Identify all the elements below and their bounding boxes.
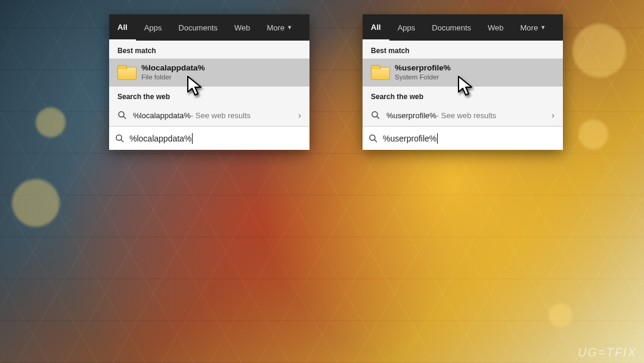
svg-line-7 bbox=[374, 140, 377, 142]
web-query-text: %userprofile% bbox=[386, 111, 436, 120]
search-icon bbox=[115, 134, 125, 143]
text-caret bbox=[192, 133, 193, 144]
web-suffix: - See web results bbox=[191, 111, 250, 120]
svg-point-6 bbox=[370, 135, 375, 140]
folder-icon bbox=[117, 65, 135, 79]
search-tabs: All Apps Documents Web More▼ bbox=[363, 14, 563, 41]
tab-more[interactable]: More▼ bbox=[512, 14, 555, 41]
best-match-result[interactable]: %userprofile% System Folder bbox=[363, 59, 563, 87]
web-result[interactable]: %localappdata% - See web results › bbox=[109, 104, 309, 126]
web-query-text: %localappdata% bbox=[133, 111, 191, 120]
search-input[interactable]: %localappdata% bbox=[109, 126, 309, 150]
best-match-title: %userprofile% bbox=[395, 63, 451, 72]
svg-point-2 bbox=[116, 135, 122, 140]
text-caret bbox=[437, 133, 438, 144]
web-result[interactable]: %userprofile% - See web results › bbox=[363, 104, 563, 126]
search-panel-right: All Apps Documents Web More▼ Best match … bbox=[363, 14, 563, 150]
search-panel-left: All Apps Documents Web More▼ Best match … bbox=[109, 14, 309, 150]
results-body: Best match %localappdata% File folder Se… bbox=[109, 41, 309, 126]
search-value: %localappdata% bbox=[129, 134, 191, 143]
tab-apps[interactable]: Apps bbox=[136, 14, 171, 41]
web-suffix: - See web results bbox=[436, 111, 496, 120]
search-icon bbox=[117, 110, 127, 120]
search-tabs: All Apps Documents Web More▼ bbox=[109, 14, 309, 41]
tab-apps[interactable]: Apps bbox=[389, 14, 424, 41]
chevron-right-icon: › bbox=[552, 110, 555, 120]
chevron-down-icon: ▼ bbox=[287, 24, 292, 30]
chevron-down-icon: ▼ bbox=[540, 24, 546, 30]
tab-all[interactable]: All bbox=[363, 14, 389, 41]
search-icon bbox=[369, 134, 378, 143]
search-value: %userprofile% bbox=[383, 134, 436, 143]
tab-all[interactable]: All bbox=[109, 14, 136, 41]
folder-icon bbox=[371, 65, 389, 79]
results-body: Best match %userprofile% System Folder S… bbox=[363, 41, 563, 126]
svg-line-1 bbox=[123, 116, 126, 119]
watermark: UG=TFIX bbox=[578, 346, 637, 359]
best-match-subtitle: File folder bbox=[141, 73, 205, 81]
tab-documents[interactable]: Documents bbox=[423, 14, 479, 41]
chevron-right-icon: › bbox=[298, 110, 301, 120]
best-match-title: %localappdata% bbox=[141, 63, 205, 72]
svg-line-5 bbox=[377, 116, 379, 119]
best-match-label: Best match bbox=[109, 41, 309, 59]
svg-line-3 bbox=[121, 140, 123, 142]
search-web-label: Search the web bbox=[363, 87, 563, 104]
search-input[interactable]: %userprofile% bbox=[363, 126, 563, 150]
tab-web[interactable]: Web bbox=[226, 14, 259, 41]
svg-point-0 bbox=[119, 112, 124, 117]
best-match-result[interactable]: %localappdata% File folder bbox=[109, 59, 309, 87]
search-icon bbox=[371, 110, 380, 120]
tab-web[interactable]: Web bbox=[479, 14, 512, 41]
svg-point-4 bbox=[372, 112, 377, 117]
best-match-subtitle: System Folder bbox=[395, 73, 451, 81]
tab-documents[interactable]: Documents bbox=[170, 14, 226, 41]
best-match-label: Best match bbox=[363, 41, 563, 59]
search-web-label: Search the web bbox=[109, 87, 309, 104]
tab-more[interactable]: More▼ bbox=[259, 14, 301, 41]
